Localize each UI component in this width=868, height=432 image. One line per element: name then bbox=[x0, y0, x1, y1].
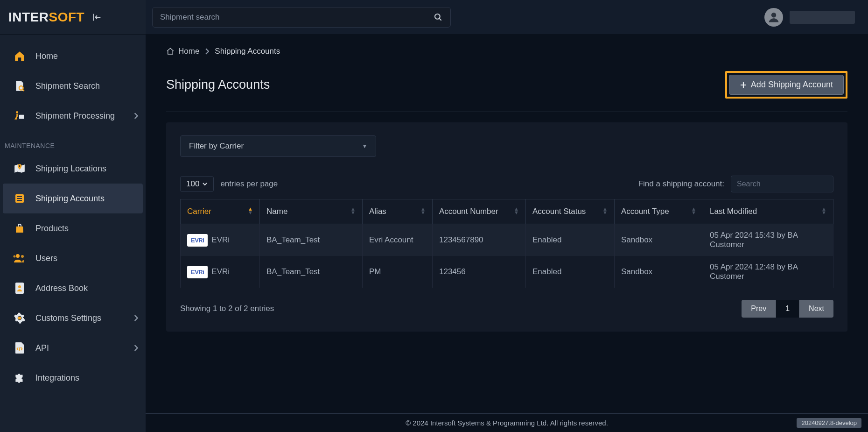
sidebar-item-label: Shipping Accounts bbox=[35, 194, 105, 204]
doc-search-icon bbox=[12, 79, 27, 92]
col-account-status[interactable]: Account Status▲▼ bbox=[526, 199, 615, 224]
filter-label: Filter by Carrier bbox=[189, 142, 244, 151]
user-avatar[interactable] bbox=[764, 8, 783, 27]
cell-name: BA_Team_Test bbox=[260, 224, 363, 256]
map-pin-icon bbox=[12, 162, 27, 175]
filter-by-carrier-select[interactable]: Filter by Carrier ▼ bbox=[180, 135, 376, 157]
svg-point-1 bbox=[771, 13, 777, 17]
sidebar-item-shipping-locations[interactable]: Shipping Locations bbox=[0, 154, 146, 184]
svg-point-14 bbox=[18, 285, 21, 288]
svg-rect-4 bbox=[19, 115, 24, 119]
sidebar-collapse-button[interactable] bbox=[92, 12, 102, 22]
home-icon bbox=[12, 50, 27, 63]
table-row[interactable]: EVRiEVRiBA_Team_TestEvri Account12345678… bbox=[181, 224, 833, 256]
gear-icon bbox=[12, 312, 27, 325]
sidebar-item-label: Shipment Search bbox=[35, 81, 100, 91]
sidebar-item-customs-settings[interactable]: Customs Settings bbox=[0, 303, 146, 333]
sidebar-section-maintenance: MAINTENANCE bbox=[0, 131, 146, 154]
breadcrumb-home-label: Home bbox=[178, 47, 199, 56]
svg-point-15 bbox=[18, 317, 21, 320]
sidebar-item-shipping-accounts[interactable]: Shipping Accounts bbox=[3, 184, 143, 213]
list-icon bbox=[12, 192, 27, 205]
next-page-button[interactable]: Next bbox=[799, 300, 833, 318]
add-shipping-account-button[interactable]: Add Shipping Account bbox=[729, 75, 844, 95]
sidebar-item-shipment-search[interactable]: Shipment Search bbox=[0, 71, 146, 101]
chevron-right-icon bbox=[133, 345, 138, 351]
carrier-badge: EVRi bbox=[187, 266, 208, 278]
sidebar-item-api[interactable]: API bbox=[0, 333, 146, 363]
sidebar-item-shipment-processing[interactable]: Shipment Processing bbox=[0, 101, 146, 131]
sidebar: Home Shipment Search Shipment Processing… bbox=[0, 35, 146, 432]
showing-entries-label: Showing 1 to 2 of 2 entries bbox=[180, 304, 274, 313]
user-name-placeholder bbox=[790, 11, 855, 24]
chevron-right-icon bbox=[205, 48, 209, 55]
prev-page-button[interactable]: Prev bbox=[742, 300, 776, 318]
page-size-select[interactable]: 100 bbox=[180, 176, 214, 192]
cell-name: BA_Team_Test bbox=[260, 256, 363, 288]
pagination: Prev 1 Next bbox=[742, 300, 833, 318]
users-icon bbox=[12, 252, 27, 265]
sidebar-item-label: Address Book bbox=[35, 283, 88, 293]
sidebar-item-label: Customs Settings bbox=[35, 313, 101, 323]
code-doc-icon bbox=[12, 341, 27, 354]
sidebar-item-integrations[interactable]: Integrations bbox=[0, 363, 146, 393]
sidebar-item-home[interactable]: Home bbox=[0, 41, 146, 71]
bag-icon bbox=[12, 222, 27, 235]
carrier-name: EVRi bbox=[211, 235, 230, 245]
cell-status: Enabled bbox=[526, 256, 615, 288]
sidebar-item-users[interactable]: Users bbox=[0, 243, 146, 273]
cell-status: Enabled bbox=[526, 224, 615, 256]
carrier-name: EVRi bbox=[211, 267, 230, 276]
svg-rect-7 bbox=[17, 196, 22, 197]
chevron-right-icon bbox=[133, 113, 138, 119]
cell-account-number: 123456 bbox=[433, 256, 526, 288]
svg-point-0 bbox=[435, 14, 440, 19]
sidebar-item-address-book[interactable]: Address Book bbox=[0, 273, 146, 303]
breadcrumb-home-icon[interactable]: Home bbox=[166, 47, 199, 56]
cell-type: Sandbox bbox=[615, 224, 703, 256]
shipment-search-box[interactable] bbox=[152, 7, 451, 28]
sidebar-item-label: Integrations bbox=[35, 373, 79, 383]
svg-point-11 bbox=[21, 255, 24, 258]
add-button-label: Add Shipping Account bbox=[751, 80, 833, 90]
sidebar-item-label: API bbox=[35, 343, 49, 353]
cell-modified: 05 Apr 2024 12:48 by BA Customer bbox=[703, 256, 833, 288]
svg-point-10 bbox=[16, 254, 20, 258]
table-row[interactable]: EVRiEVRiBA_Team_TestPM123456EnabledSandb… bbox=[181, 256, 833, 288]
col-carrier[interactable]: Carrier▲▼ bbox=[181, 199, 260, 224]
col-name[interactable]: Name▲▼ bbox=[260, 199, 363, 224]
sidebar-item-label: Shipment Processing bbox=[35, 111, 115, 121]
cell-modified: 05 Apr 2024 15:43 by BA Customer bbox=[703, 224, 833, 256]
svg-rect-9 bbox=[17, 200, 22, 201]
search-icon bbox=[434, 13, 443, 22]
sidebar-item-label: Users bbox=[35, 254, 57, 263]
cell-alias: Evri Account bbox=[363, 224, 433, 256]
table-search-input[interactable] bbox=[731, 176, 833, 192]
col-account-type[interactable]: Account Type▲▼ bbox=[615, 199, 703, 224]
contact-icon bbox=[12, 282, 27, 295]
build-version-tag[interactable]: 20240927.8-develop bbox=[797, 418, 861, 428]
shipping-accounts-table: Carrier▲▼ Name▲▼ Alias▲▼ Account Number▲… bbox=[180, 199, 833, 288]
entries-per-page-label: entries per page bbox=[220, 179, 278, 189]
find-account-label: Find a shipping account: bbox=[638, 179, 724, 189]
shipment-search-input[interactable] bbox=[160, 13, 434, 22]
cell-alias: PM bbox=[363, 256, 433, 288]
caret-down-icon: ▼ bbox=[362, 143, 367, 149]
page-number[interactable]: 1 bbox=[776, 300, 799, 318]
col-alias[interactable]: Alias▲▼ bbox=[363, 199, 433, 224]
page-size-value: 100 bbox=[186, 179, 199, 189]
carrier-badge: EVRi bbox=[187, 234, 208, 247]
chevron-right-icon bbox=[133, 315, 138, 321]
sidebar-item-products[interactable]: Products bbox=[0, 213, 146, 243]
cell-account-number: 1234567890 bbox=[433, 224, 526, 256]
brand-logo: INTERSOFT bbox=[8, 10, 84, 25]
col-last-modified[interactable]: Last Modified▲▼ bbox=[703, 199, 833, 224]
plus-icon bbox=[740, 81, 747, 89]
breadcrumb: Home Shipping Accounts bbox=[166, 47, 847, 56]
col-account-number[interactable]: Account Number▲▼ bbox=[433, 199, 526, 224]
svg-point-3 bbox=[16, 111, 18, 113]
svg-rect-8 bbox=[17, 198, 22, 199]
cell-type: Sandbox bbox=[615, 256, 703, 288]
svg-point-12 bbox=[14, 255, 16, 258]
sidebar-item-label: Home bbox=[35, 51, 58, 61]
